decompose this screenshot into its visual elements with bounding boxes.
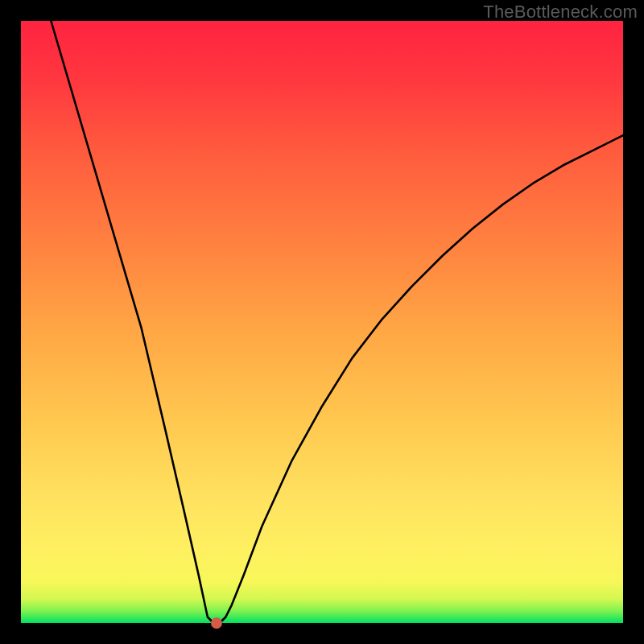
watermark-text: TheBottleneck.com [483,2,638,23]
bottleneck-curve [21,21,623,623]
chart-frame: TheBottleneck.com [0,0,644,644]
plot-area [21,21,623,623]
optimal-point-marker [211,617,222,629]
